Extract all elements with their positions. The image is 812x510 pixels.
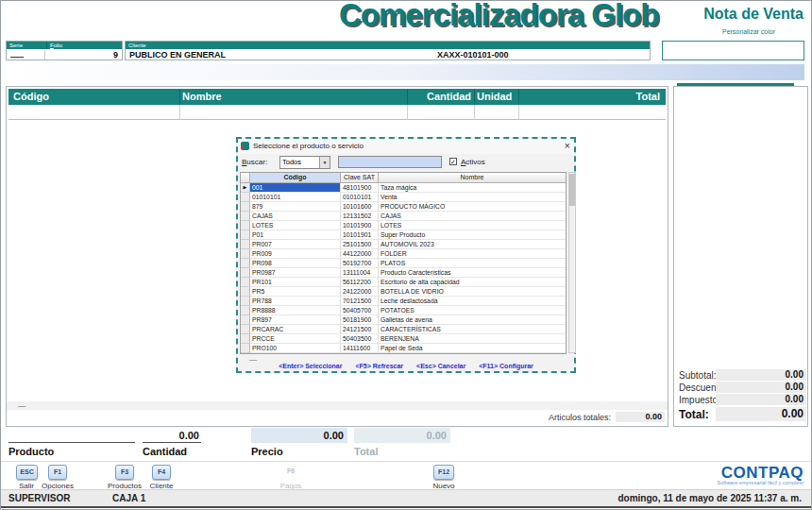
cell-nombre: Galletas de avena [379,315,566,325]
subtotal-value: 0.00 [716,369,806,381]
key-f1[interactable]: F1 [48,465,67,480]
product-grid: Código Clave SAT Nombre ▶00148101900Taza… [240,172,567,354]
cell-clave: 25101500 [341,240,379,249]
product-row[interactable]: P0110101901Super Producto [241,230,566,240]
row-selector[interactable] [241,297,250,306]
grid-col-codigo[interactable]: Código [250,173,341,183]
search-input[interactable] [338,156,442,168]
buscar-dropdown[interactable]: Todos ▼ [279,156,330,169]
grid-scrollbar[interactable] [568,172,576,353]
row-selector[interactable] [241,212,250,221]
product-row[interactable]: PRCCE50403500BERENJENA [241,334,566,344]
personalize-color-link[interactable]: Personalizar color [722,28,775,35]
row-selector[interactable] [241,249,250,259]
row-selector[interactable] [241,193,250,202]
row-selector[interactable] [241,268,250,278]
extra-field-box[interactable] [662,41,804,60]
product-row[interactable]: PR00725101500AUTOMOVIL 2023 [241,240,566,249]
company-title: Comercializadora Glob [339,0,698,37]
cell-clave: 70121500 [341,297,379,306]
cliente-values: PUBLICO EN GENERAL XAXX-010101-000 [126,49,650,60]
app-icon [241,142,249,150]
row-selector[interactable] [241,259,250,268]
row-selector[interactable] [241,287,250,297]
product-row[interactable]: PR78870121500Leche deslactosada [241,297,566,306]
cell-nombre: Venta [379,193,566,202]
product-row[interactable]: PR888850405700POTATOES [241,306,566,315]
product-row[interactable]: PR00944122000FOLDER [241,249,566,259]
row-selector[interactable] [241,230,250,240]
f5-refrescar-link[interactable]: <F5> Refrescar [356,363,404,369]
current-row-marker[interactable]: ▶ [241,183,250,193]
grid-col-nombre[interactable]: Nombre [379,173,566,183]
grid-scrollbar-thumb[interactable] [569,174,575,206]
close-icon[interactable]: × [565,140,570,151]
row-selector[interactable] [241,344,250,353]
row-selector[interactable] [241,278,250,287]
col-header-cantidad[interactable]: Cantidad [408,89,475,105]
row-selector[interactable] [241,315,250,325]
product-row[interactable]: PRCARAC24121500CARACTERÍSTICAS [241,325,566,334]
cantidad-input[interactable] [143,442,201,443]
cell-nombre: CAJAS [379,212,566,221]
cell-codigo: 001 [250,183,341,193]
cell-nombre: Super Producto [379,230,566,240]
cell-clave: 14111600 [341,344,379,353]
product-row[interactable]: 87910101600PRODUCTO MÁGICO [241,202,566,212]
row-selector[interactable] [241,334,250,344]
product-row[interactable]: LOTES10101900LOTES [241,221,566,230]
product-row[interactable]: CAJAS12131502CAJAS [241,212,566,221]
product-row[interactable]: PR524122000BOTELLA DE VIDRIO [241,287,566,297]
cantidad-value[interactable]: 0.00 [143,430,199,441]
cliente-name[interactable]: PUBLICO EN GENERAL [129,50,226,60]
col-header-codigo[interactable]: Código [8,89,180,105]
product-row[interactable]: PR09850192700PLATOS [241,259,566,268]
cantidad-field-label: Cantidad [143,446,187,457]
esc-cancelar-link[interactable]: <Esc> Cancelar [416,363,465,369]
row-selector[interactable] [241,306,250,315]
product-row[interactable]: PRO10014111600Papel de Seda [241,344,566,353]
col-header-unidad[interactable]: Unidad [475,89,519,105]
empty-cell [408,105,475,120]
product-row[interactable]: 0101010101010101Venta [241,193,566,202]
col-header-total[interactable]: Total [519,89,666,105]
cell-codigo: PRCCE [250,334,341,344]
dialog-titlebar[interactable]: Seleccione el producto o servicio × [238,139,574,154]
cliente-group: Cliente PUBLICO EN GENERAL XAXX-010101-0… [125,41,651,60]
entry-total-field-label: Total [354,446,378,457]
producto-input[interactable] [8,442,135,443]
cell-codigo: PR098 [250,259,341,268]
key-esc[interactable]: ESC [16,465,38,480]
product-row[interactable]: ▶00148101900Taza mágica [241,183,566,193]
col-header-nombre[interactable]: Nombre [180,89,408,105]
product-grid-rows: ▶00148101900Taza mágica0101010101010101V… [241,183,566,353]
product-row[interactable]: PR10156112200Escritorio de alta capacida… [241,278,566,287]
row-selector-header [241,173,250,183]
cell-clave: 56112200 [341,278,379,287]
row-selector[interactable] [241,202,250,212]
descuentos-value: 0.00 [716,382,806,393]
cell-clave: 50405700 [341,306,379,315]
precio-field-label: Precio [251,446,283,457]
key-f4[interactable]: F4 [152,465,171,480]
cell-codigo: PR101 [250,278,341,287]
row-selector[interactable] [241,325,250,334]
product-row[interactable]: PR89750181900Galletas de avena [241,315,566,325]
grid-col-clave-sat[interactable]: Clave SAT [341,173,379,183]
cell-clave: 10101900 [341,221,379,230]
key-f3[interactable]: F3 [115,465,134,480]
key-f12[interactable]: F12 [433,465,454,480]
chevron-down-icon[interactable]: ▼ [319,157,330,168]
activos-checkbox[interactable]: ✓ [449,158,457,165]
row-selector[interactable] [241,240,250,249]
enter-seleccionar-link[interactable]: <Enter> Seleccionar [279,363,342,369]
collapsed-row-dash[interactable]: — [18,401,25,410]
empty-cell [180,105,408,120]
folio-value[interactable]: 9 [113,50,118,60]
cell-clave: 50181900 [341,315,379,325]
serie-input[interactable] [10,57,24,58]
product-row[interactable]: PR098713111004Producto Características [241,268,566,278]
row-selector[interactable] [241,221,250,230]
precio-input[interactable]: 0.00 [251,428,347,443]
f11-configurar-link[interactable]: <F11> Configurar [479,363,533,369]
